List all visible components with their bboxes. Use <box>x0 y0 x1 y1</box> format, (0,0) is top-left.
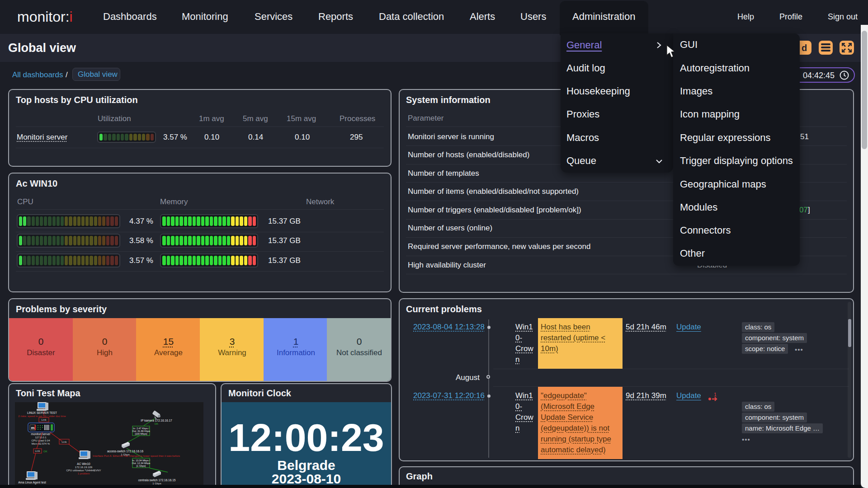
svg-text:1: 1 <box>714 392 717 397</box>
svg-text:1 Gbps: 1 Gbps <box>121 453 129 456</box>
svg-text:[1 Gbps]: [1 Gbps] <box>137 465 146 467</box>
svg-text:Link: Link <box>35 450 40 452</box>
svg-text:monitori server: monitori server <box>31 432 51 436</box>
svg-text:Ama Linux Agent test: Ama Linux Agent test <box>18 481 46 484</box>
svg-text:1 problem: 1 problem <box>78 472 90 475</box>
svg-text:CPU utilization *UHHHEVNY: CPU utilization *UHHHEVNY <box>66 469 101 472</box>
svg-text:Link: Link <box>41 418 47 421</box>
svg-text:172.16.19.108: 172.16.19.108 <box>24 484 41 485</box>
svg-text:LINUX SERVER TEST: LINUX SERVER TEST <box>27 411 57 414</box>
svg-text:[100 Mbps]: [100 Mbps] <box>135 432 147 435</box>
svg-text:AC Win10: AC Win10 <box>77 462 90 465</box>
svg-text:m: m <box>31 426 34 430</box>
svg-text:127.0.0.1: 127.0.0.1 <box>35 436 47 439</box>
svg-text:Mem 92.574 %: Mem 92.574 % <box>32 442 50 445</box>
svg-text:Interface Port A: Ethernet has: Interface Port A: Ethernet has changed t… <box>93 455 180 457</box>
svg-text:access-switch 172.16.16.16: access-switch 172.16.16.16 <box>107 450 144 453</box>
svg-text:OK: OK <box>43 450 47 453</box>
svg-text:IP kamera 172.16.16.17: IP kamera 172.16.16.17 <box>141 419 172 422</box>
svg-text:Link: Link <box>61 441 67 443</box>
svg-text:CPU Load 0.04: CPU Load 0.04 <box>31 439 50 442</box>
svg-text:172.16.19.109: 172.16.19.109 <box>75 466 93 469</box>
svg-text:OK: OK <box>155 422 159 425</box>
svg-text:centrala switch 172.16.16.15: centrala switch 172.16.16.15 <box>138 479 176 482</box>
svg-text:2 risks: speed is not 1G / old: 2 risks: speed is not 1G / older doc tim… <box>18 415 66 418</box>
svg-text:1 Gbps: 1 Gbps <box>152 482 161 485</box>
